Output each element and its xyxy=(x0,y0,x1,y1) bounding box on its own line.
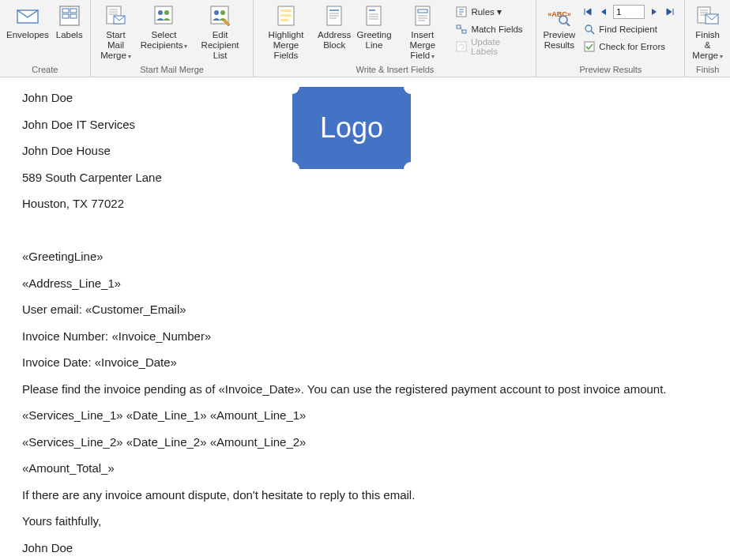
svg-rect-18 xyxy=(280,9,292,12)
dropdown-arrow-icon: ▾ xyxy=(184,43,187,50)
highlight-icon xyxy=(273,3,299,28)
ribbon-group-fields: Highlight Merge Fields Address Block Gre… xyxy=(254,0,536,77)
select-recipients-icon xyxy=(152,3,177,28)
address-block-button[interactable]: Address Block xyxy=(315,2,354,52)
svg-line-44 xyxy=(591,31,594,34)
start-mail-merge-button[interactable]: Start Mail Merge▾ xyxy=(94,2,138,63)
start-mail-merge-icon xyxy=(103,3,129,28)
dropdown-arrow-icon: ▾ xyxy=(497,6,502,17)
match-fields-icon xyxy=(455,23,468,36)
svg-point-16 xyxy=(220,10,225,15)
check-errors-icon xyxy=(583,40,596,53)
dropdown-arrow-icon: ▾ xyxy=(431,53,435,60)
envelopes-button[interactable]: Envelopes xyxy=(3,2,52,42)
prev-record-button[interactable] xyxy=(597,6,610,18)
svg-rect-11 xyxy=(155,6,172,24)
svg-point-43 xyxy=(585,25,592,32)
doc-body-intro: Please find the invoice pending as of «I… xyxy=(22,381,708,397)
svg-text:«ABC»: «ABC» xyxy=(548,10,571,18)
find-recipient-icon xyxy=(583,23,596,36)
ribbon-group-create: Envelopes Labels Create xyxy=(0,0,91,77)
doc-signature-name: John Doe xyxy=(22,540,708,556)
doc-dispute-line: If there are any invoice amount dispute,… xyxy=(22,487,708,503)
insert-merge-field-button[interactable]: Insert Merge Field▾ xyxy=(394,2,450,63)
svg-line-42 xyxy=(566,23,570,26)
svg-rect-1 xyxy=(60,6,79,25)
ribbon-group-preview: «ABC» Preview Results Find Recipient xyxy=(536,0,685,77)
last-record-button[interactable] xyxy=(664,6,676,18)
record-number-input[interactable] xyxy=(613,5,645,19)
doc-service-line-2: «Services_Line_2» «Date_Line_2» «Amount_… xyxy=(22,434,708,450)
group-label-finish: Finish xyxy=(688,63,727,77)
ribbon-group-start-merge: Start Mail Merge▾ Select Recipients▾ Edi… xyxy=(91,0,254,77)
preview-results-button[interactable]: «ABC» Preview Results xyxy=(540,2,578,52)
sender-city: Houston, TX 77022 xyxy=(22,196,708,212)
ribbon-toolbar: Envelopes Labels Create Start Mail Merge… xyxy=(0,0,730,77)
labels-icon xyxy=(57,3,82,28)
group-label-preview: Preview Results xyxy=(540,63,681,77)
merge-field-address: «Address_Line_1» xyxy=(22,276,708,291)
svg-rect-19 xyxy=(280,14,292,17)
logo-shape[interactable]: Logo xyxy=(292,87,411,169)
svg-rect-20 xyxy=(280,19,288,21)
svg-point-12 xyxy=(158,10,163,15)
highlight-merge-fields-button[interactable]: Highlight Merge Fields xyxy=(257,2,314,62)
rules-button[interactable]: Rules ▾ xyxy=(450,3,532,21)
select-recipients-button[interactable]: Select Recipients▾ xyxy=(137,2,190,53)
doc-service-line-1: «Services_Line_1» «Date_Line_1» «Amount_… xyxy=(22,408,708,423)
greeting-line-icon xyxy=(361,3,386,28)
rules-icon xyxy=(455,6,468,18)
labels-button[interactable]: Labels xyxy=(52,2,87,42)
greeting-line-button[interactable]: Greeting Line xyxy=(354,2,394,52)
preview-results-icon: «ABC» xyxy=(547,3,572,28)
match-fields-button[interactable]: Match Fields xyxy=(450,21,532,38)
insert-merge-field-icon xyxy=(410,3,435,28)
finish-merge-icon xyxy=(695,3,721,28)
ribbon-group-finish: Finish & Merge▾ Finish xyxy=(685,0,730,77)
svg-rect-45 xyxy=(585,42,594,51)
dropdown-arrow-icon: ▾ xyxy=(128,53,131,60)
update-labels-icon xyxy=(455,40,468,53)
doc-email-line: User email: «Customer_Email» xyxy=(22,302,708,318)
svg-point-15 xyxy=(214,10,219,15)
logo-text: Logo xyxy=(320,111,383,145)
finish-merge-button[interactable]: Finish & Merge▾ xyxy=(688,2,727,63)
dropdown-arrow-icon: ▾ xyxy=(720,53,723,60)
doc-invoice-number: Invoice Number: «Invoice_Number» xyxy=(22,329,708,344)
envelope-icon xyxy=(15,3,40,28)
check-errors-button[interactable]: Check for Errors xyxy=(578,38,681,55)
svg-rect-26 xyxy=(367,6,381,25)
edit-recipient-list-icon xyxy=(208,3,233,28)
next-record-button[interactable] xyxy=(648,6,660,18)
update-labels-button: Update Labels xyxy=(450,38,532,55)
sender-street: 589 South Carpenter Lane xyxy=(22,170,708,186)
svg-rect-37 xyxy=(457,25,461,28)
doc-amount-total: «Amount_Total_» xyxy=(22,460,708,476)
first-record-button[interactable] xyxy=(581,6,594,18)
group-label-start: Start Mail Merge xyxy=(94,63,250,77)
group-label-fields: Write & Insert Fields xyxy=(257,63,532,77)
find-recipient-button[interactable]: Find Recipient xyxy=(578,21,681,38)
address-block-icon xyxy=(322,3,347,28)
svg-rect-38 xyxy=(462,30,466,33)
svg-point-13 xyxy=(164,10,169,15)
merge-field-greeting: «GreetingLine» xyxy=(22,249,708,265)
svg-rect-39 xyxy=(457,42,466,51)
document-body[interactable]: Logo John Doe John Doe IT Services John … xyxy=(0,77,730,560)
doc-closing: Yours faithfully, xyxy=(22,513,708,529)
group-label-create: Create xyxy=(3,63,87,77)
edit-recipient-list-button[interactable]: Edit Recipient List xyxy=(190,2,250,62)
doc-invoice-date: Invoice Date: «Invoice_Date» xyxy=(22,355,708,370)
